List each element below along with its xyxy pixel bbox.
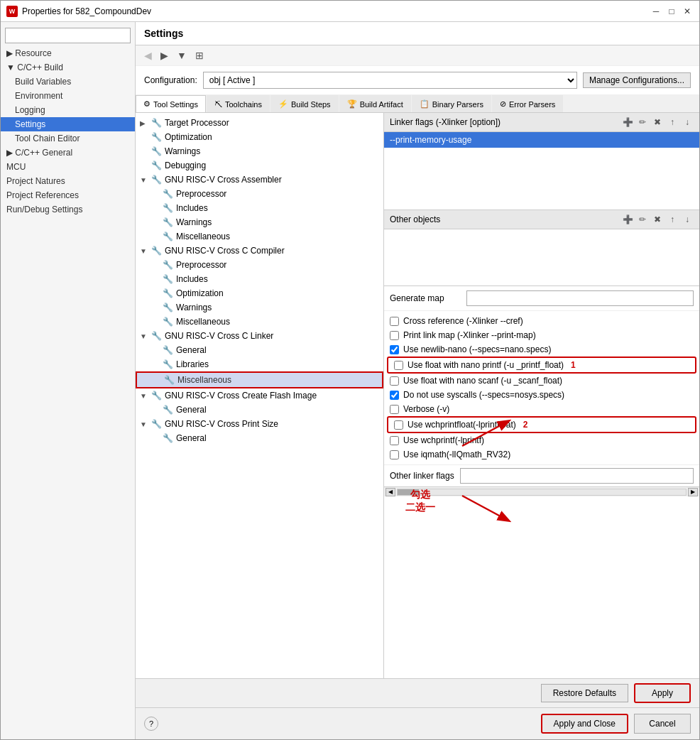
settings-panel: Linker flags (-Xlinker [option]) ➕ ✏ ✖ ↑… — [384, 113, 699, 678]
tree-item-debugging[interactable]: 🔧 Debugging — [136, 158, 383, 173]
tree-item-c-includes[interactable]: 🔧 Includes — [136, 272, 383, 286]
edit-flag-button[interactable]: ✏ — [636, 116, 649, 129]
minimize-button[interactable]: ─ — [650, 5, 662, 18]
tree-item-linker-general[interactable]: 🔧 General — [136, 343, 383, 357]
up-flag-button[interactable]: ↑ — [666, 116, 679, 129]
tree-icon: 🔧 — [151, 175, 162, 185]
sidebar-item-cpp-general[interactable]: ▶ C/C++ General — [1, 146, 135, 160]
tree-item-gnu-c-linker[interactable]: ▼ 🔧 GNU RISC-V Cross C Linker — [136, 329, 383, 343]
use-wchprintf-checkbox[interactable] — [390, 436, 399, 445]
down-object-button[interactable]: ↓ — [681, 213, 694, 226]
help-button[interactable]: ? — [144, 717, 158, 731]
sidebar-item-cpp-build[interactable]: ▼ C/C++ Build — [1, 60, 135, 75]
sidebar-item-project-natures[interactable]: Project Natures — [1, 174, 135, 188]
binary-parsers-icon: 📋 — [420, 99, 430, 109]
tree-item-c-warnings[interactable]: 🔧 Warnings — [136, 300, 383, 315]
flag-item-print-memory-usage[interactable]: --print-memory-usage — [384, 132, 699, 148]
tree-item-c-optimization[interactable]: 🔧 Optimization — [136, 286, 383, 300]
tree-icon: 🔧 — [151, 146, 162, 156]
sidebar-item-run-debug-settings[interactable]: Run/Debug Settings — [1, 202, 135, 217]
scroll-left-button[interactable]: ◀ — [385, 488, 395, 496]
close-button[interactable]: ✕ — [681, 5, 694, 18]
tab-tool-settings[interactable]: ⚙ Tool Settings — [136, 95, 206, 112]
other-linker-flags-row: Other linker flags — [384, 464, 699, 486]
nav-dropdown-button[interactable]: ▼ — [174, 48, 190, 62]
tree-icon: 🔧 — [163, 217, 173, 227]
linker-flags-header: Linker flags (-Xlinker [option]) ➕ ✏ ✖ ↑… — [384, 113, 699, 132]
use-iqmath-checkbox[interactable] — [390, 450, 399, 459]
apply-button[interactable]: Apply — [634, 683, 691, 703]
tree-item-optimization[interactable]: 🔧 Optimization — [136, 130, 383, 144]
tree-item-gnu-flash[interactable]: ▼ 🔧 GNU RISC-V Cross Create Flash Image — [136, 388, 383, 403]
tree-item-linker-misc[interactable]: 🔧 Miscellaneous — [136, 371, 383, 388]
tree-item-assembler-warnings[interactable]: 🔧 Warnings — [136, 215, 383, 229]
use-wchprintfloat-checkbox[interactable] — [394, 420, 403, 430]
tree-item-assembler-misc[interactable]: 🔧 Miscellaneous — [136, 229, 383, 244]
up-object-button[interactable]: ↑ — [666, 213, 679, 226]
cancel-button[interactable]: Cancel — [634, 714, 691, 734]
verbose-checkbox[interactable] — [390, 405, 399, 414]
sidebar-item-resource[interactable]: ▶ Resource — [1, 46, 135, 60]
tree-item-c-misc[interactable]: 🔧 Miscellaneous — [136, 315, 383, 329]
tree-item-assembler-preprocessor[interactable]: 🔧 Preprocessor — [136, 187, 383, 201]
do-not-use-syscalls-checkbox[interactable] — [390, 391, 399, 400]
sidebar-item-mcu[interactable]: MCU — [1, 160, 135, 174]
use-float-printf-checkbox[interactable] — [394, 361, 403, 370]
restore-defaults-button[interactable]: Restore Defaults — [541, 684, 628, 702]
delete-object-button[interactable]: ✖ — [651, 213, 664, 226]
sidebar-item-tool-chain-editor[interactable]: Tool Chain Editor — [1, 131, 135, 146]
sidebar-item-build-variables[interactable]: Build Variables — [1, 75, 135, 89]
sidebar-search-input[interactable] — [5, 28, 131, 43]
tree-item-flash-general[interactable]: 🔧 General — [136, 403, 383, 417]
other-linker-flags-label: Other linker flags — [390, 471, 454, 481]
down-flag-button[interactable]: ↓ — [681, 116, 694, 129]
configuration-select[interactable]: obj [ Active ] — [203, 72, 577, 89]
tree-icon: 🔧 — [163, 317, 173, 327]
expand-icon: ▼ — [140, 332, 148, 340]
tab-build-artifact[interactable]: 🏆 Build Artifact — [339, 95, 411, 112]
main-window: W Properties for 582_CompoundDev ─ □ ✕ ▶… — [0, 0, 700, 740]
chinese-text: 勾选 — [405, 489, 435, 501]
use-newlib-nano-checkbox[interactable] — [390, 345, 399, 354]
print-link-map-checkbox[interactable] — [390, 331, 399, 340]
sidebar-item-environment[interactable]: Environment — [1, 89, 135, 103]
add-flag-button[interactable]: ➕ — [621, 116, 634, 129]
sidebar-item-project-references[interactable]: Project References — [1, 188, 135, 202]
tab-toolchains[interactable]: ⛏ Toolchains — [207, 95, 270, 112]
expand-icon: ▶ — [6, 48, 15, 58]
generate-map-input[interactable]: ${BuildArtifactFileBaseName}.map — [466, 290, 694, 306]
cross-reference-checkbox[interactable] — [390, 317, 399, 326]
tab-error-parsers[interactable]: ⊘ Error Parsers — [492, 95, 563, 112]
tree-item-gnu-print-size[interactable]: ▼ 🔧 GNU RISC-V Cross Print Size — [136, 417, 383, 431]
tab-binary-parsers[interactable]: 📋 Binary Parsers — [412, 95, 491, 112]
manage-configurations-button[interactable]: Manage Configurations... — [583, 72, 691, 88]
other-objects-header: Other objects ➕ ✏ ✖ ↑ ↓ — [384, 210, 699, 229]
tree-item-warnings[interactable]: 🔧 Warnings — [136, 144, 383, 158]
sidebar: ▶ Resource ▼ C/C++ Build Build Variables… — [1, 22, 136, 739]
tree-item-c-preprocessor[interactable]: 🔧 Preprocessor — [136, 258, 383, 272]
other-linker-flags-input[interactable] — [460, 468, 694, 484]
tree-item-gnu-assembler[interactable]: ▼ 🔧 GNU RISC-V Cross Assembler — [136, 173, 383, 187]
tree-item-gnu-c-compiler[interactable]: ▼ 🔧 GNU RISC-V Cross C Compiler — [136, 244, 383, 258]
forward-button[interactable]: ▶ — [158, 48, 171, 62]
apply-and-close-button[interactable]: Apply and Close — [541, 714, 628, 734]
tree-item-target-processor[interactable]: ▶ 🔧 Target Processor — [136, 116, 383, 130]
scroll-track[interactable] — [397, 489, 687, 496]
sidebar-search-container — [1, 25, 135, 46]
sidebar-item-logging[interactable]: Logging — [1, 103, 135, 117]
nav-expand-button[interactable]: ⊞ — [192, 48, 207, 62]
tree-icon: 🔧 — [163, 274, 173, 284]
delete-flag-button[interactable]: ✖ — [651, 116, 664, 129]
edit-object-button[interactable]: ✏ — [636, 213, 649, 226]
sidebar-item-settings[interactable]: Settings — [1, 117, 135, 131]
tree-item-assembler-includes[interactable]: 🔧 Includes — [136, 201, 383, 215]
scroll-right-button[interactable]: ▶ — [688, 488, 698, 496]
use-float-scanf-checkbox[interactable] — [390, 376, 399, 386]
maximize-button[interactable]: □ — [665, 5, 678, 18]
tree-item-linker-libraries[interactable]: 🔧 Libraries — [136, 357, 383, 371]
add-object-button[interactable]: ➕ — [621, 213, 634, 226]
tab-build-steps[interactable]: ⚡ Build Steps — [270, 95, 339, 112]
back-button[interactable]: ◀ — [141, 48, 155, 62]
build-artifact-icon: 🏆 — [347, 99, 357, 109]
tree-item-print-general[interactable]: 🔧 General — [136, 431, 383, 445]
